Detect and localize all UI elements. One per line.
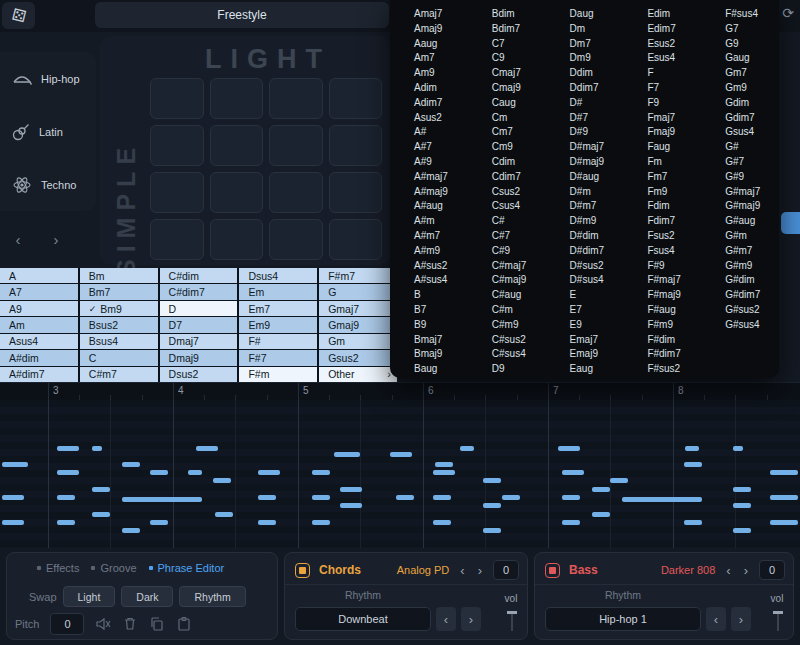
menu-chord-baug[interactable]: Baug [414, 362, 468, 377]
midi-note[interactable] [562, 520, 580, 525]
midi-note[interactable] [390, 452, 412, 457]
menu-chord-csus2[interactable]: Csus2 [492, 185, 546, 200]
menu-chord-b[interactable]: B [414, 288, 468, 303]
prev-page-button[interactable]: ‹ [4, 228, 32, 250]
menu-chord-edim[interactable]: Edim [647, 7, 701, 22]
menu-chord-fsharpsus2[interactable]: F#sus2 [647, 362, 701, 377]
midi-note[interactable] [150, 520, 168, 525]
menu-chord-esus2[interactable]: Esus2 [647, 37, 701, 52]
menu-chord-asharpaug[interactable]: A#aug [414, 199, 468, 214]
pad-5[interactable] [150, 125, 204, 166]
tab-phrase-editor[interactable]: Phrase Editor [149, 562, 225, 574]
pad-4[interactable] [329, 78, 383, 119]
pad-15[interactable] [269, 219, 323, 260]
pad-13[interactable] [150, 219, 204, 260]
midi-note[interactable] [396, 495, 414, 500]
menu-chord-e[interactable]: E [570, 288, 624, 303]
refresh-icon[interactable]: ⟳ [778, 3, 798, 23]
chord-cell-em[interactable]: Em [239, 284, 317, 299]
preset-selector[interactable]: Freestyle [95, 2, 389, 28]
midi-note[interactable] [312, 495, 330, 500]
menu-chord-f[interactable]: F [647, 66, 701, 81]
menu-chord-c7[interactable]: C7 [492, 37, 546, 52]
bass-preset-next-button[interactable]: › [742, 563, 750, 578]
tab-groove[interactable]: Groove [91, 562, 136, 574]
menu-chord-bmaj9[interactable]: Bmaj9 [414, 347, 468, 362]
paste-icon[interactable] [176, 616, 192, 632]
menu-chord-dsharpsus2[interactable]: D#sus2 [570, 259, 624, 274]
menu-chord-dsharpmaj9[interactable]: D#maj9 [570, 155, 624, 170]
pad-16[interactable] [329, 219, 383, 260]
menu-chord-fsharpsus4[interactable]: F#sus4 [725, 7, 779, 22]
chord-cell-a[interactable]: A [0, 268, 78, 283]
midi-note[interactable] [57, 470, 79, 475]
midi-note[interactable] [483, 503, 501, 508]
menu-chord-emaj9[interactable]: Emaj9 [570, 347, 624, 362]
pad-11[interactable] [269, 172, 323, 213]
menu-chord-bdim7[interactable]: Bdim7 [492, 22, 546, 37]
bass-octave-value[interactable]: 0 [759, 560, 785, 580]
menu-chord-fsharpdim[interactable]: F#dim [647, 333, 701, 348]
menu-chord-asharpm7[interactable]: A#m7 [414, 229, 468, 244]
chords-preset-prev-button[interactable]: ‹ [458, 563, 466, 578]
menu-chord-fsharpmaj7[interactable]: F#maj7 [647, 273, 701, 288]
menu-chord-fdim[interactable]: Fdim [647, 199, 701, 214]
piano-roll[interactable] [0, 400, 800, 548]
menu-chord-asharpm9[interactable]: A#m9 [414, 244, 468, 259]
menu-chord-gsharp7[interactable]: G#7 [725, 155, 779, 170]
timeline-ruler[interactable]: 345678 [0, 382, 800, 400]
pad-1[interactable] [150, 78, 204, 119]
sidebar-item-hip-hop[interactable]: Hip-hop [0, 52, 96, 105]
menu-chord-e7[interactable]: E7 [570, 303, 624, 318]
menu-chord-dm9[interactable]: Dm9 [570, 51, 624, 66]
chord-cell-csharpdim[interactable]: C#dim [160, 268, 238, 283]
menu-chord-fsharp9[interactable]: F#9 [647, 259, 701, 274]
midi-note[interactable] [592, 512, 610, 517]
menu-chord-gsharpm7[interactable]: G#m7 [725, 244, 779, 259]
menu-chord-dsharpaug[interactable]: D#aug [570, 170, 624, 185]
midi-note[interactable] [258, 520, 276, 525]
midi-note[interactable] [213, 478, 231, 483]
bass-preset-name[interactable]: Darker 808 [661, 564, 715, 576]
menu-chord-dsharpdim[interactable]: D#dim [570, 229, 624, 244]
chord-cell-asus4[interactable]: Asus4 [0, 334, 78, 349]
chord-cell-a7[interactable]: A7 [0, 284, 78, 299]
menu-chord-fm[interactable]: Fm [647, 155, 701, 170]
chord-cell-dsus4[interactable]: Dsus4 [239, 268, 317, 283]
randomize-dice-button[interactable]: ⚄ [2, 2, 35, 29]
midi-note[interactable] [2, 520, 24, 525]
menu-chord-gsharpsus2[interactable]: G#sus2 [725, 303, 779, 318]
midi-note[interactable] [57, 520, 75, 525]
menu-chord-dsharpm7[interactable]: D#m7 [570, 199, 624, 214]
menu-chord-fmaj7[interactable]: Fmaj7 [647, 111, 701, 126]
menu-chord-adim7[interactable]: Adim7 [414, 96, 468, 111]
midi-note[interactable] [435, 462, 453, 467]
menu-chord-dsharpm9[interactable]: D#m9 [570, 214, 624, 229]
menu-chord-fsus2[interactable]: Fsus2 [647, 229, 701, 244]
menu-chord-gdim[interactable]: Gdim [725, 96, 779, 111]
menu-chord-cm7[interactable]: Cm7 [492, 125, 546, 140]
sidebar-item-techno[interactable]: Techno [0, 158, 96, 211]
slider-thumb[interactable] [507, 611, 517, 614]
menu-chord-fm7[interactable]: Fm7 [647, 170, 701, 185]
midi-note[interactable] [312, 470, 330, 475]
menu-chord-csharpaug[interactable]: C#aug [492, 288, 546, 303]
bass-volume-slider[interactable]: vol [766, 585, 788, 633]
pad-9[interactable] [150, 172, 204, 213]
midi-note[interactable] [122, 462, 140, 467]
chord-cell-em7[interactable]: Em7 [239, 301, 317, 316]
midi-note[interactable] [770, 520, 798, 525]
menu-chord-asharpsus2[interactable]: A#sus2 [414, 259, 468, 274]
menu-chord-fm9[interactable]: Fm9 [647, 185, 701, 200]
menu-chord-asharp9[interactable]: A#9 [414, 155, 468, 170]
menu-chord-cm[interactable]: Cm [492, 111, 546, 126]
menu-chord-gsharpaug[interactable]: G#aug [725, 214, 779, 229]
chord-cell-d7[interactable]: D7 [160, 317, 238, 332]
bass-rhythm-prev-button[interactable]: ‹ [706, 607, 726, 631]
menu-chord-b7[interactable]: B7 [414, 303, 468, 318]
chord-cell-dmaj7[interactable]: Dmaj7 [160, 334, 238, 349]
midi-note[interactable] [2, 495, 24, 500]
menu-chord-gsharpdim[interactable]: G#dim [725, 273, 779, 288]
menu-chord-gsharpm[interactable]: G#m [725, 229, 779, 244]
pad-2[interactable] [210, 78, 264, 119]
